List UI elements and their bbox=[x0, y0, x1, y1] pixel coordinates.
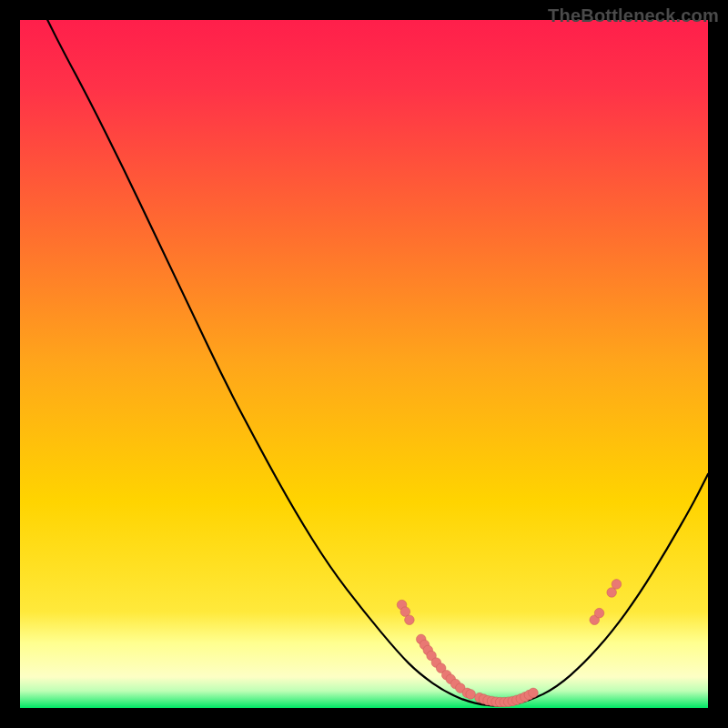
marker-dot bbox=[529, 688, 539, 698]
chart-svg bbox=[20, 20, 708, 708]
marker-dot bbox=[612, 580, 622, 590]
gradient-background bbox=[20, 20, 708, 708]
marker-dot bbox=[466, 690, 476, 700]
chart-frame: TheBottleneck.com bbox=[0, 0, 728, 728]
marker-dot bbox=[594, 608, 604, 618]
marker-dot bbox=[607, 588, 617, 598]
marker-dot bbox=[405, 615, 415, 625]
watermark-text: TheBottleneck.com bbox=[548, 5, 719, 26]
plot-area bbox=[20, 20, 708, 708]
